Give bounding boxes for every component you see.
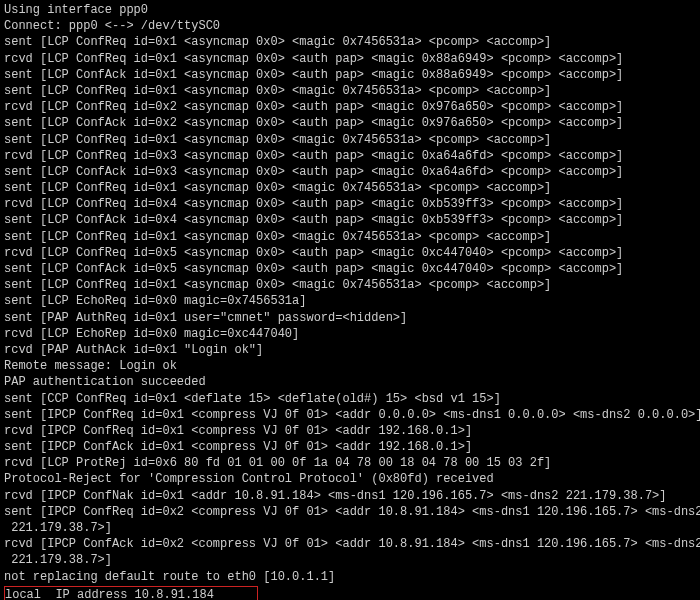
- log-line: Protocol-Reject for 'Compression Control…: [4, 471, 696, 487]
- log-line: sent [LCP ConfReq id=0x1 <asyncmap 0x0> …: [4, 180, 696, 196]
- log-line: PAP authentication succeeded: [4, 374, 696, 390]
- log-line: 221.179.38.7>]: [4, 552, 696, 568]
- log-line: sent [LCP EchoReq id=0x0 magic=0x7456531…: [4, 293, 696, 309]
- log-line: sent [LCP ConfAck id=0x2 <asyncmap 0x0> …: [4, 115, 696, 131]
- log-line: rcvd [LCP ConfReq id=0x5 <asyncmap 0x0> …: [4, 245, 696, 261]
- log-line: sent [LCP ConfAck id=0x4 <asyncmap 0x0> …: [4, 212, 696, 228]
- log-line: sent [LCP ConfReq id=0x1 <asyncmap 0x0> …: [4, 229, 696, 245]
- highlighted-ip-info: local IP address 10.8.91.184 remote IP a…: [4, 586, 258, 600]
- log-line: rcvd [LCP EchoRep id=0x0 magic=0xc447040…: [4, 326, 696, 342]
- log-line: not replacing default route to eth0 [10.…: [4, 569, 696, 585]
- log-line: Using interface ppp0: [4, 2, 696, 18]
- log-line: sent [LCP ConfAck id=0x3 <asyncmap 0x0> …: [4, 164, 696, 180]
- log-line: sent [IPCP ConfReq id=0x1 <compress VJ 0…: [4, 407, 696, 423]
- log-line: Remote message: Login ok: [4, 358, 696, 374]
- log-line: rcvd [IPCP ConfAck id=0x2 <compress VJ 0…: [4, 536, 696, 552]
- local-ip-line: local IP address 10.8.91.184: [5, 587, 257, 600]
- log-line: rcvd [PAP AuthAck id=0x1 "Login ok"]: [4, 342, 696, 358]
- log-line: 221.179.38.7>]: [4, 520, 696, 536]
- log-line: Connect: ppp0 <--> /dev/ttySC0: [4, 18, 696, 34]
- log-line: sent [LCP ConfAck id=0x1 <asyncmap 0x0> …: [4, 67, 696, 83]
- log-line: sent [PAP AuthReq id=0x1 user="cmnet" pa…: [4, 310, 696, 326]
- log-line: sent [LCP ConfReq id=0x1 <asyncmap 0x0> …: [4, 277, 696, 293]
- terminal-output: Using interface ppp0 Connect: ppp0 <--> …: [4, 2, 696, 600]
- log-line: sent [LCP ConfReq id=0x1 <asyncmap 0x0> …: [4, 83, 696, 99]
- log-line: rcvd [IPCP ConfReq id=0x1 <compress VJ 0…: [4, 423, 696, 439]
- log-line: sent [LCP ConfAck id=0x5 <asyncmap 0x0> …: [4, 261, 696, 277]
- log-line: sent [LCP ConfReq id=0x1 <asyncmap 0x0> …: [4, 34, 696, 50]
- log-line: sent [IPCP ConfReq id=0x2 <compress VJ 0…: [4, 504, 696, 520]
- log-line: rcvd [IPCP ConfNak id=0x1 <addr 10.8.91.…: [4, 488, 696, 504]
- log-line: rcvd [LCP ProtRej id=0x6 80 fd 01 01 00 …: [4, 455, 696, 471]
- log-line: rcvd [LCP ConfReq id=0x4 <asyncmap 0x0> …: [4, 196, 696, 212]
- log-line: sent [LCP ConfReq id=0x1 <asyncmap 0x0> …: [4, 132, 696, 148]
- log-line: rcvd [LCP ConfReq id=0x3 <asyncmap 0x0> …: [4, 148, 696, 164]
- log-line: rcvd [LCP ConfReq id=0x2 <asyncmap 0x0> …: [4, 99, 696, 115]
- log-line: sent [CCP ConfReq id=0x1 <deflate 15> <d…: [4, 391, 696, 407]
- log-line: sent [IPCP ConfAck id=0x1 <compress VJ 0…: [4, 439, 696, 455]
- log-line: rcvd [LCP ConfReq id=0x1 <asyncmap 0x0> …: [4, 51, 696, 67]
